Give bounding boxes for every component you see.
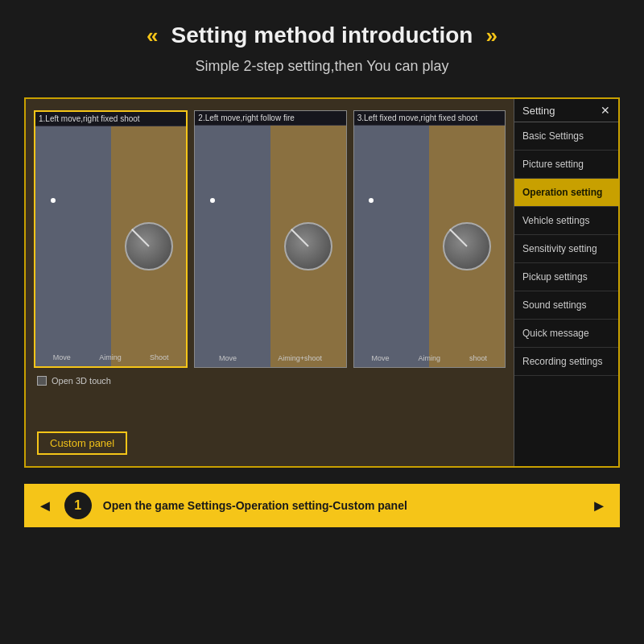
sidebar: Setting ✕ Basic Settings Picture setting… xyxy=(514,99,618,466)
panel-1-right xyxy=(111,126,187,366)
instruction-arrow-left-icon[interactable]: ◄ xyxy=(37,497,53,515)
label-shoot-1: Shoot xyxy=(150,353,169,361)
dot-3 xyxy=(369,198,374,203)
panel-3-labels: Move Aiming shoot xyxy=(354,353,505,364)
header-section: « Setting method introduction » Simple 2… xyxy=(0,0,644,83)
sidebar-item-recording-settings[interactable]: Recording settings xyxy=(514,348,618,376)
panel-1[interactable]: 1.Left move,right fixed shoot Move Aimin… xyxy=(34,110,188,368)
dot-2 xyxy=(210,198,215,203)
joystick-3 xyxy=(443,222,491,270)
close-icon[interactable]: ✕ xyxy=(601,104,610,117)
needle-3 xyxy=(449,229,468,247)
step-circle: 1 xyxy=(64,492,92,519)
joystick-2 xyxy=(284,222,332,270)
panel-3-label: 3.Left fixed move,right fixed shoot xyxy=(354,111,505,125)
game-area: 1.Left move,right fixed shoot Move Aimin… xyxy=(26,99,514,466)
sidebar-item-pickup-settings[interactable]: Pickup settings xyxy=(514,263,618,291)
custom-panel-button[interactable]: Custom panel xyxy=(37,431,127,455)
joystick-1 xyxy=(125,222,173,270)
panel-3[interactable]: 3.Left fixed move,right fixed shoot Move… xyxy=(353,110,506,368)
panel-2-label: 2.Left move,right follow fire xyxy=(195,111,345,125)
label-move-1: Move xyxy=(53,353,71,361)
main-title: « Setting method introduction » xyxy=(16,23,628,48)
panel-1-inner xyxy=(35,112,186,366)
panel-1-labels: Move Aiming Shoot xyxy=(35,352,186,363)
panel-2-right xyxy=(270,126,346,367)
sidebar-title: Setting xyxy=(522,105,555,117)
panel-2-inner xyxy=(195,111,345,367)
label-shoot-3: shoot xyxy=(469,354,487,362)
sidebar-item-quick-message[interactable]: Quick message xyxy=(514,320,618,348)
title-text: Setting method introduction xyxy=(171,23,473,48)
subtitle-text: Simple 2-step setting,then You can play xyxy=(16,58,628,75)
panel-1-label: 1.Left move,right fixed shoot xyxy=(35,112,186,126)
panel-3-left xyxy=(354,126,430,367)
sidebar-item-operation-setting[interactable]: Operation setting xyxy=(514,179,618,207)
label-move-2: Move xyxy=(219,354,237,362)
label-aiming-shoot-2: Aiming+shoot xyxy=(278,354,322,362)
instruction-bar: ◄ 1 Open the game Settings-Operation set… xyxy=(24,484,620,527)
sidebar-item-sound-settings[interactable]: Sound settings xyxy=(514,291,618,320)
instruction-arrow-right-icon[interactable]: ► xyxy=(591,497,607,515)
panel-2-labels: Move Aiming+shoot xyxy=(195,353,345,364)
panels-area: 1.Left move,right fixed shoot Move Aimin… xyxy=(34,110,506,368)
sidebar-item-vehicle-settings[interactable]: Vehicle settings xyxy=(514,207,618,235)
panel-3-right xyxy=(429,126,505,367)
panel-1-left xyxy=(35,126,111,366)
sidebar-item-basic-settings[interactable]: Basic Settings xyxy=(514,122,618,151)
label-aiming-1: Aiming xyxy=(99,353,122,361)
game-ui-container: 1.Left move,right fixed shoot Move Aimin… xyxy=(24,97,620,468)
needle-2 xyxy=(291,229,309,247)
open-3d-label: Open 3D touch xyxy=(52,376,111,386)
panel-2[interactable]: 2.Left move,right follow fire Move Aimin… xyxy=(194,110,346,368)
needle-1 xyxy=(131,229,150,247)
title-arrow-right-icon: » xyxy=(485,23,497,48)
panel-2-left xyxy=(195,126,270,367)
label-move-3: Move xyxy=(372,354,390,362)
sidebar-item-sensitivity-setting[interactable]: Sensitivity setting xyxy=(514,235,618,263)
title-arrow-left-icon: « xyxy=(147,23,158,48)
instruction-text: Open the game Settings-Operation setting… xyxy=(103,499,580,512)
dot-1 xyxy=(51,198,56,203)
panel-3-inner xyxy=(354,111,505,367)
open-3d-touch-row[interactable]: Open 3D touch xyxy=(34,376,506,386)
open-3d-checkbox[interactable] xyxy=(37,376,47,386)
label-aiming-3: Aiming xyxy=(419,354,441,362)
sidebar-item-picture-setting[interactable]: Picture setting xyxy=(514,151,618,179)
sidebar-header: Setting ✕ xyxy=(514,99,618,122)
